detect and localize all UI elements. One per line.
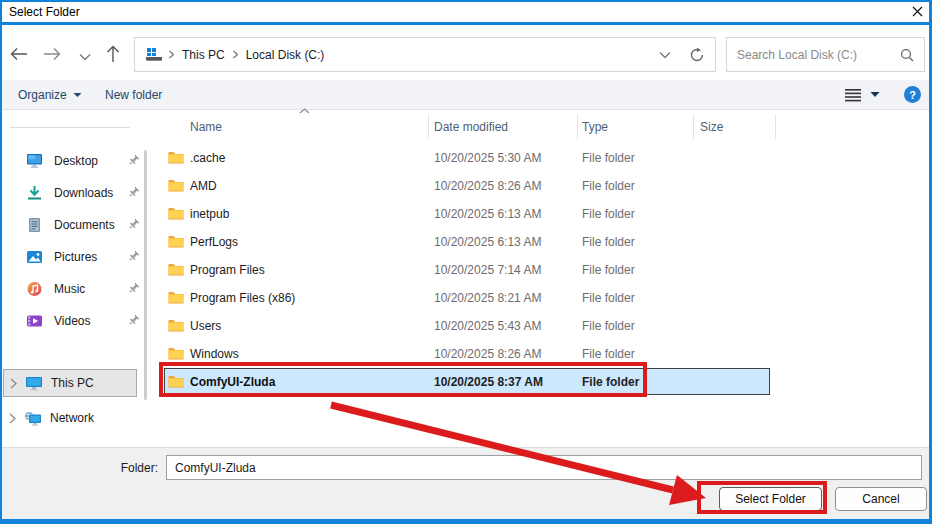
folder-icon — [168, 291, 184, 304]
sidebar-item-music[interactable]: Music — [26, 277, 140, 301]
select-folder-dialog: Select Folder — [0, 0, 932, 524]
folder-field-label: Folder: — [121, 461, 158, 475]
file-row-windows[interactable]: Windows 10/20/2025 8:26 AM File folder — [157, 340, 925, 368]
close-icon — [912, 6, 923, 17]
chevron-right-icon — [9, 413, 16, 424]
recent-locations-button[interactable] — [74, 46, 96, 68]
file-type: File folder — [582, 151, 635, 165]
file-type: File folder — [582, 375, 639, 389]
column-divider[interactable] — [693, 114, 694, 139]
help-button[interactable]: ? — [904, 80, 921, 109]
sidebar-item-pictures[interactable]: Pictures — [26, 245, 140, 269]
tree-item-label: This PC — [51, 376, 94, 390]
sidebar-item-this-pc[interactable]: This PC — [3, 369, 137, 397]
file-date: 10/20/2025 8:21 AM — [434, 291, 541, 305]
file-row-program-files-x86[interactable]: Program Files (x86) 10/20/2025 8:21 AM F… — [157, 284, 925, 312]
new-folder-label: New folder — [105, 88, 162, 102]
videos-icon — [26, 313, 43, 329]
cancel-button-label: Cancel — [862, 492, 899, 506]
monitor-icon — [25, 376, 43, 391]
sort-ascending-icon — [299, 108, 310, 114]
file-name: inetpub — [190, 207, 229, 221]
column-divider[interactable] — [577, 114, 578, 139]
file-name: Program Files (x86) — [190, 291, 295, 305]
organize-button[interactable]: Organize — [18, 80, 82, 109]
refresh-button[interactable] — [689, 47, 705, 63]
window-border-bottom — [0, 519, 932, 524]
chevron-down-icon — [73, 92, 82, 98]
file-row-cache[interactable]: .cache 10/20/2025 5:30 AM File folder — [157, 144, 925, 172]
folder-icon — [168, 235, 184, 248]
file-date: 10/20/2025 5:30 AM — [434, 151, 541, 165]
column-header-name[interactable]: Name — [190, 115, 222, 139]
file-row-perflogs[interactable]: PerfLogs 10/20/2025 6:13 AM File folder — [157, 228, 925, 256]
folder-name-input[interactable] — [166, 455, 922, 480]
file-date: 10/20/2025 6:13 AM — [434, 207, 541, 221]
sidebar-item-downloads[interactable]: Downloads — [26, 181, 140, 205]
sidebar-scrollbar[interactable] — [144, 150, 147, 400]
file-name: ComfyUI-Zluda — [190, 375, 275, 389]
select-folder-button[interactable]: Select Folder — [719, 487, 822, 511]
file-row-amd[interactable]: AMD 10/20/2025 8:26 AM File folder — [157, 172, 925, 200]
up-button[interactable] — [102, 43, 124, 65]
column-header-type[interactable]: Type — [582, 115, 608, 139]
folder-icon — [168, 179, 184, 192]
tree-item-label: Network — [50, 411, 94, 425]
sidebar-item-label: Music — [54, 282, 85, 296]
select-folder-button-label: Select Folder — [735, 492, 806, 506]
file-type: File folder — [582, 347, 635, 361]
file-type: File folder — [582, 235, 635, 249]
new-folder-button[interactable]: New folder — [105, 80, 162, 109]
address-dropdown-button[interactable] — [659, 51, 671, 59]
folder-icon — [168, 375, 184, 388]
forward-button[interactable] — [41, 43, 63, 65]
view-dropdown-button[interactable] — [870, 80, 880, 109]
breadcrumb-this-pc[interactable]: This PC — [178, 48, 229, 62]
sidebar-item-label: Pictures — [54, 250, 97, 264]
downloads-icon — [26, 185, 43, 201]
file-name: Users — [190, 319, 221, 333]
file-row-comfyui-zluda-selected[interactable]: ComfyUI-Zluda 10/20/2025 8:37 AM File fo… — [157, 368, 925, 396]
pictures-icon — [26, 249, 43, 265]
column-divider[interactable] — [775, 114, 776, 139]
search-input[interactable] — [737, 39, 897, 70]
network-icon — [24, 411, 42, 426]
sidebar-item-label: Videos — [54, 314, 90, 328]
file-type: File folder — [582, 207, 635, 221]
sidebar-item-label: Documents — [54, 218, 115, 232]
view-mode-button[interactable] — [844, 80, 862, 109]
column-divider[interactable] — [428, 114, 429, 139]
search-box — [726, 37, 925, 72]
sidebar-item-documents[interactable]: Documents — [26, 213, 140, 237]
pin-icon — [127, 314, 140, 327]
chevron-right-icon — [10, 378, 17, 389]
column-header-size[interactable]: Size — [700, 115, 723, 139]
list-view-icon — [844, 88, 862, 102]
sidebar-item-desktop[interactable]: Desktop — [26, 149, 140, 173]
sidebar-item-videos[interactable]: Videos — [26, 309, 140, 333]
file-row-inetpub[interactable]: inetpub 10/20/2025 6:13 AM File folder — [157, 200, 925, 228]
desktop-icon — [26, 153, 43, 169]
sidebar-item-network[interactable]: Network — [3, 404, 137, 432]
close-button[interactable] — [906, 2, 928, 20]
breadcrumb-local-disk[interactable]: Local Disk (C:) — [242, 48, 329, 62]
address-bar[interactable]: This PC Local Disk (C:) — [134, 37, 716, 72]
column-header-date-modified[interactable]: Date modified — [434, 115, 508, 139]
up-arrow-icon — [106, 45, 120, 63]
cancel-button[interactable]: Cancel — [835, 487, 927, 511]
search-icon — [900, 48, 914, 62]
file-name: PerfLogs — [190, 235, 238, 249]
pin-icon — [127, 186, 140, 199]
sidebar-item-label: Downloads — [54, 186, 113, 200]
file-row-program-files[interactable]: Program Files 10/20/2025 7:14 AM File fo… — [157, 256, 925, 284]
pin-icon — [127, 282, 140, 295]
organize-label: Organize — [18, 88, 67, 102]
file-date: 10/20/2025 6:13 AM — [434, 235, 541, 249]
back-arrow-icon — [10, 47, 28, 61]
file-row-users[interactable]: Users 10/20/2025 5:43 AM File folder — [157, 312, 925, 340]
back-button[interactable] — [8, 43, 30, 65]
file-type: File folder — [582, 263, 635, 277]
file-date: 10/20/2025 8:26 AM — [434, 347, 541, 361]
this-pc-icon — [145, 47, 163, 62]
folder-icon — [168, 151, 184, 164]
